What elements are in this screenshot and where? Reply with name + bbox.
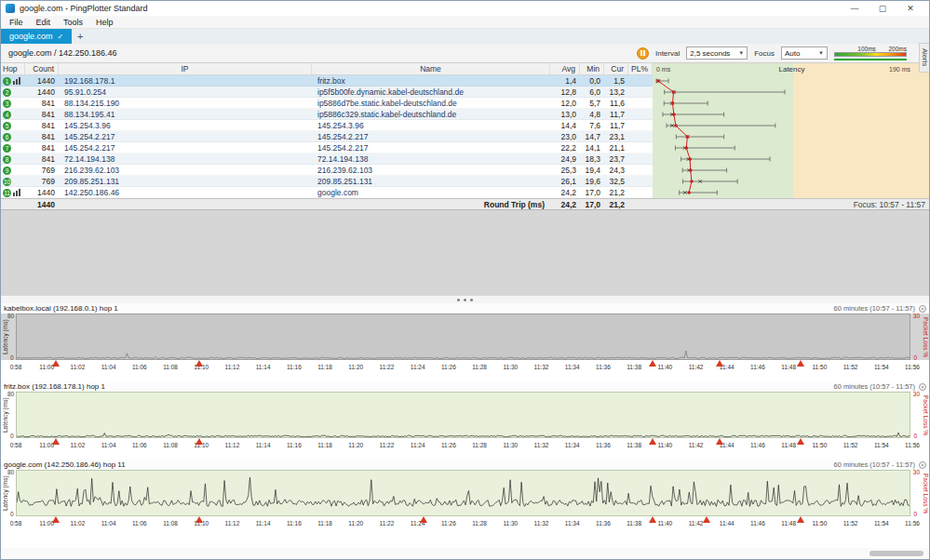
graph-plot[interactable] bbox=[16, 392, 910, 438]
remove-graph-icon[interactable]: × bbox=[919, 305, 926, 313]
menu-edit[interactable]: Edit bbox=[30, 16, 58, 28]
ip-cell: 145.254.2.217 bbox=[59, 142, 312, 153]
splitter-handle[interactable] bbox=[1, 296, 929, 303]
hop-badge: 4 bbox=[3, 111, 11, 119]
min-cell: 7,6 bbox=[580, 120, 604, 131]
count-cell: 1440 bbox=[25, 75, 59, 87]
graph-plot[interactable] bbox=[16, 470, 910, 516]
summary-avg: 24,2 bbox=[550, 199, 580, 209]
latency-scale-widget[interactable]: 100ms 200ms bbox=[834, 46, 907, 60]
new-tab-button[interactable]: + bbox=[72, 29, 88, 44]
latency-column-header: 0 ms Latency 190 ms bbox=[653, 63, 930, 75]
graph-header: google.com (142.250.186.46) hop 1160 min… bbox=[1, 460, 929, 470]
close-button[interactable]: ✕ bbox=[896, 1, 924, 16]
min-cell: 0,0 bbox=[580, 75, 604, 87]
time-label: 11:04 bbox=[101, 442, 116, 448]
minimize-button[interactable]: — bbox=[841, 1, 869, 16]
name-cell: ip5f5b00fe.dynamic.kabel-deutschland.de bbox=[312, 87, 550, 98]
avg-cell: 24,9 bbox=[550, 153, 580, 165]
count-cell: 1440 bbox=[25, 187, 59, 198]
graph-range-label: 60 minutes (10:57 - 11:57) bbox=[834, 460, 915, 469]
table-row[interactable]: 10769209.85.251.131209.85.251.13126,119,… bbox=[1, 176, 653, 187]
app-window: google.com - PingPlotter Standard — ▢ ✕ … bbox=[0, 0, 930, 560]
table-row[interactable]: 484188.134.195.41ip5886c329.static.kabel… bbox=[1, 109, 653, 120]
latency-line-chart bbox=[17, 471, 910, 515]
column-header-name[interactable]: Name bbox=[312, 63, 550, 74]
column-header-cur[interactable]: Cur bbox=[604, 63, 628, 74]
cur-cell: 13,2 bbox=[604, 87, 628, 98]
time-label: 11:12 bbox=[225, 520, 240, 527]
timeline-graphs: kabelbox.local (192.168.0.1) hop 160 min… bbox=[1, 303, 929, 528]
graph-range-label: 60 minutes (10:57 - 11:57) bbox=[834, 382, 915, 391]
avg-cell: 25,3 bbox=[550, 165, 580, 176]
column-header-pl[interactable]: PL% bbox=[628, 63, 653, 74]
column-header-avg[interactable]: Avg bbox=[550, 63, 580, 74]
graph-title: fritz.box (192.168.178.1) hop 1 bbox=[4, 382, 105, 391]
time-label: 11:18 bbox=[317, 442, 332, 448]
table-row[interactable]: 884172.14.194.13872.14.194.13824,918,323… bbox=[1, 153, 653, 165]
table-row[interactable]: 6841145.254.2.217145.254.2.21723,014,723… bbox=[1, 131, 653, 142]
scale-200ms-label: 200ms bbox=[888, 46, 907, 52]
column-header-min[interactable]: Min bbox=[580, 63, 604, 74]
splitter-dot bbox=[470, 299, 473, 301]
avg-cell: 12,0 bbox=[550, 98, 580, 109]
focus-value: Auto bbox=[785, 49, 800, 58]
ip-cell: 88.134.195.41 bbox=[59, 109, 312, 120]
remove-graph-icon[interactable]: × bbox=[919, 461, 926, 469]
min-cell: 19,6 bbox=[580, 176, 604, 187]
column-header-ip[interactable]: IP bbox=[59, 63, 312, 74]
column-header-count[interactable]: Count bbox=[25, 63, 59, 74]
column-header-hop[interactable]: Hop bbox=[1, 63, 25, 74]
title-bar: google.com - PingPlotter Standard — ▢ ✕ bbox=[1, 1, 929, 16]
table-row[interactable]: 384188.134.215.190ip5886d7be.static.kabe… bbox=[1, 98, 653, 109]
ip-cell: 72.14.194.138 bbox=[59, 153, 312, 165]
scale-100ms-label: 100ms bbox=[857, 46, 876, 52]
horizontal-scrollbar bbox=[1, 548, 929, 559]
packet-loss-cell bbox=[628, 75, 653, 87]
ip-cell: 209.85.251.131 bbox=[59, 176, 312, 187]
graph-plot[interactable] bbox=[16, 313, 910, 360]
latency-gradient-bar bbox=[834, 52, 907, 57]
hop-cell: 10 bbox=[1, 176, 25, 187]
focus-select[interactable]: Auto ▼ bbox=[781, 47, 828, 60]
time-label: 11:12 bbox=[225, 364, 240, 370]
name-cell: 72.14.194.138 bbox=[312, 153, 550, 165]
table-row[interactable]: 111440142.250.186.46google.com24,217,021… bbox=[1, 187, 653, 198]
table-row[interactable]: 9769216.239.62.103216.239.62.10325,319,4… bbox=[1, 165, 653, 176]
pause-button[interactable] bbox=[637, 47, 649, 60]
menu-help[interactable]: Help bbox=[89, 16, 120, 28]
time-label: 11:20 bbox=[348, 364, 363, 370]
min-cell: 14,7 bbox=[580, 131, 604, 142]
time-label: 11:32 bbox=[534, 520, 549, 527]
hop-cell: 3 bbox=[1, 98, 25, 109]
remove-graph-icon[interactable]: × bbox=[919, 383, 926, 391]
time-axis: 0:5811:0011:0211:0411:0611:0811:1011:121… bbox=[1, 438, 929, 450]
scrollbar-thumb[interactable] bbox=[869, 551, 923, 556]
table-row[interactable]: 5841145.254.3.96145.254.3.9614,47,611,7 bbox=[1, 120, 653, 131]
menu-file[interactable]: File bbox=[3, 16, 30, 28]
min-cell: 6,0 bbox=[580, 87, 604, 98]
time-label: 0:58 bbox=[10, 520, 22, 527]
menu-tools[interactable]: Tools bbox=[57, 16, 89, 28]
packet-loss-cell bbox=[628, 165, 653, 176]
latency-axis-max: 80 bbox=[7, 313, 14, 319]
timeline-graph: kabelbox.local (192.168.0.1) hop 160 min… bbox=[1, 303, 929, 372]
table-row[interactable]: 2144095.91.0.254ip5f5b00fe.dynamic.kabel… bbox=[1, 87, 653, 98]
packet-loss-cell bbox=[628, 187, 653, 198]
interval-select[interactable]: 2,5 seconds ▼ bbox=[686, 47, 748, 60]
name-cell: google.com bbox=[312, 187, 550, 198]
timeline-graph: fritz.box (192.168.178.1) hop 160 minute… bbox=[1, 381, 929, 450]
alerts-side-tab[interactable]: Alerts bbox=[919, 43, 929, 73]
time-label: 11:06 bbox=[132, 520, 147, 527]
time-label: 11:16 bbox=[287, 442, 302, 448]
table-row[interactable]: 11440192.168.178.1fritz.box1,40,01,5 bbox=[1, 75, 653, 87]
tab-google-com[interactable]: google.com ✓ bbox=[1, 29, 72, 44]
latency-axis-max: 80 bbox=[7, 469, 14, 475]
latency-axis-label: Latency (ms) bbox=[1, 313, 8, 360]
time-label: 11:32 bbox=[534, 442, 549, 448]
time-label: 11:20 bbox=[348, 442, 363, 448]
table-row[interactable]: 7841145.254.2.217145.254.2.21722,214,121… bbox=[1, 142, 653, 153]
min-cell: 14,1 bbox=[580, 142, 604, 153]
graph-indicator-icon bbox=[13, 77, 20, 85]
maximize-button[interactable]: ▢ bbox=[869, 1, 896, 16]
